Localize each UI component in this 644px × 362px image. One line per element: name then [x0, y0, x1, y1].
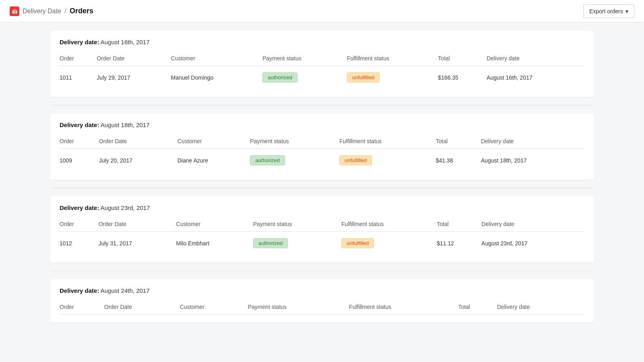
- orders-table-1: Order Order Date Customer Payment status…: [60, 52, 584, 89]
- col-delivery-date-4: Delivery date: [497, 300, 584, 315]
- col-fulfillment-status-3: Fulfillment status: [341, 218, 437, 232]
- col-delivery-date-2: Delivery date: [481, 135, 584, 149]
- order-number: 1012: [60, 232, 99, 255]
- col-customer-4: Customer: [180, 300, 248, 315]
- payment-status-badge: authorized: [253, 238, 288, 248]
- payment-status-cell: authorized: [253, 232, 342, 255]
- delivery-date-cell: August 23rd, 2017: [481, 232, 584, 255]
- customer-name: Diane Azure: [178, 149, 250, 172]
- breadcrumb-separator: /: [64, 7, 66, 15]
- order-number: 1011: [60, 66, 97, 89]
- col-total-3: Total: [437, 218, 481, 232]
- order-total: $41.38: [436, 149, 481, 172]
- table-row[interactable]: 1011 July 29, 2017 Manuel Domingo author…: [60, 66, 584, 89]
- col-total-4: Total: [458, 300, 497, 315]
- app-icon: 📅: [10, 6, 19, 16]
- order-group-3: Delivery date: August 23rd, 2017 Order O…: [50, 196, 594, 263]
- orders-table-3: Order Order Date Customer Payment status…: [60, 218, 584, 255]
- app-icon-emoji: 📅: [12, 8, 18, 14]
- payment-status-badge: authorized: [262, 72, 297, 82]
- payment-status-cell: authorized: [262, 66, 347, 89]
- delivery-date-label-2: Delivery date:: [60, 121, 99, 128]
- fulfillment-status-cell: unfulfilled: [347, 66, 438, 89]
- col-order-date-1: Order Date: [97, 52, 171, 66]
- delivery-date-label-1: Delivery date:: [60, 39, 99, 45]
- col-delivery-date-3: Delivery date: [481, 218, 584, 232]
- col-total-1: Total: [438, 52, 487, 66]
- payment-status-badge: authorized: [250, 155, 285, 165]
- col-customer-2: Customer: [178, 135, 250, 149]
- table-header-row-1: Order Order Date Customer Payment status…: [60, 52, 584, 66]
- order-group-1: Delivery date: August 16th, 2017 Order O…: [50, 31, 594, 97]
- order-number: 1009: [60, 149, 99, 172]
- order-date: July 20, 2017: [99, 149, 178, 172]
- fulfillment-status-badge: unfulfilled: [347, 72, 380, 82]
- export-button-label: Export orders: [589, 8, 623, 14]
- col-order-date-2: Order Date: [99, 135, 178, 149]
- col-payment-status-3: Payment status: [253, 218, 342, 232]
- delivery-date-label-3: Delivery date:: [60, 204, 99, 211]
- col-fulfillment-status-2: Fulfillment status: [339, 135, 436, 149]
- col-order-3: Order: [60, 218, 99, 232]
- customer-name: Milo Embhart: [176, 232, 253, 255]
- table-header-row-3: Order Order Date Customer Payment status…: [60, 218, 584, 232]
- payment-status-cell: authorized: [250, 149, 339, 172]
- delivery-date-header-4: Delivery date: August 24th, 2017: [60, 287, 584, 294]
- page-title: Orders: [70, 7, 93, 15]
- col-payment-status-4: Payment status: [248, 300, 349, 315]
- chevron-down-icon: ▾: [625, 8, 628, 14]
- delivery-date-value-2: August 18th, 2017: [101, 121, 150, 128]
- divider-2: [50, 188, 594, 188]
- delivery-date-header-2: Delivery date: August 18th, 2017: [60, 121, 584, 128]
- divider-1: [50, 105, 594, 105]
- table-row[interactable]: 1009 July 20, 2017 Diane Azure authorize…: [60, 149, 584, 172]
- delivery-date-cell: August 16th, 2017: [487, 66, 584, 89]
- orders-table-4: Order Order Date Customer Payment status…: [60, 300, 584, 315]
- col-customer-3: Customer: [176, 218, 253, 232]
- delivery-date-label-4: Delivery date:: [60, 287, 99, 294]
- table-row[interactable]: 1012 July 31, 2017 Milo Embhart authoriz…: [60, 232, 584, 255]
- delivery-date-value-3: August 23rd, 2017: [101, 204, 150, 211]
- customer-name: Manuel Domingo: [171, 66, 263, 89]
- top-bar: 📅 Delivery Date / Orders Export orders ▾: [0, 0, 644, 23]
- order-total: $11.12: [437, 232, 481, 255]
- fulfillment-status-cell: unfulfilled: [341, 232, 437, 255]
- col-customer-1: Customer: [171, 52, 263, 66]
- delivery-date-value-1: August 16th, 2017: [101, 39, 150, 45]
- divider-3: [50, 271, 594, 271]
- col-order-4: Order: [60, 300, 104, 315]
- col-order-2: Order: [60, 135, 99, 149]
- col-order-date-3: Order Date: [99, 218, 176, 232]
- fulfillment-status-badge: unfulfilled: [339, 155, 372, 165]
- col-order-1: Order: [60, 52, 97, 66]
- orders-table-2: Order Order Date Customer Payment status…: [60, 135, 584, 172]
- export-orders-button[interactable]: Export orders ▾: [583, 4, 634, 18]
- order-date: July 29, 2017: [97, 66, 171, 89]
- delivery-date-header-3: Delivery date: August 23rd, 2017: [60, 204, 584, 211]
- app-name[interactable]: Delivery Date: [23, 8, 61, 15]
- order-group-2: Delivery date: August 18th, 2017 Order O…: [50, 113, 594, 180]
- table-header-row-4: Order Order Date Customer Payment status…: [60, 300, 584, 315]
- col-order-date-4: Order Date: [104, 300, 180, 315]
- fulfillment-status-badge: unfulfilled: [341, 238, 374, 248]
- main-content: Delivery date: August 16th, 2017 Order O…: [40, 23, 604, 339]
- col-fulfillment-status-4: Fulfillment status: [349, 300, 458, 315]
- table-header-row-2: Order Order Date Customer Payment status…: [60, 135, 584, 149]
- fulfillment-status-cell: unfulfilled: [339, 149, 436, 172]
- col-payment-status-1: Payment status: [262, 52, 347, 66]
- order-total: $166.35: [438, 66, 487, 89]
- col-total-2: Total: [436, 135, 481, 149]
- breadcrumb: 📅 Delivery Date / Orders: [10, 6, 93, 16]
- col-fulfillment-status-1: Fulfillment status: [347, 52, 438, 66]
- delivery-date-header-1: Delivery date: August 16th, 2017: [60, 39, 584, 45]
- col-delivery-date-1: Delivery date: [487, 52, 584, 66]
- delivery-date-value-4: August 24th, 2017: [101, 287, 150, 294]
- delivery-date-cell: August 18th, 2017: [481, 149, 584, 172]
- order-date: July 31, 2017: [99, 232, 176, 255]
- col-payment-status-2: Payment status: [250, 135, 339, 149]
- order-group-4: Delivery date: August 24th, 2017 Order O…: [50, 279, 594, 323]
